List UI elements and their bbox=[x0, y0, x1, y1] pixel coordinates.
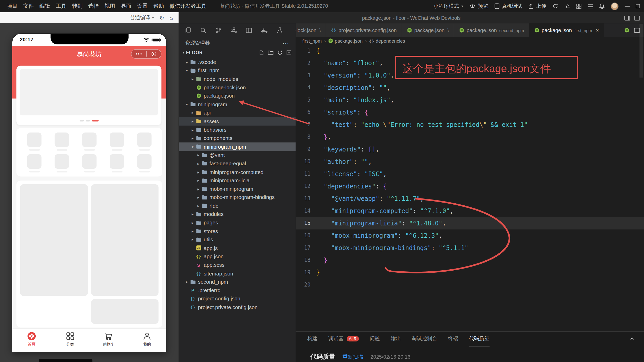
tree-item-api[interactable]: ▸ api bbox=[179, 109, 296, 117]
tree-item-rfdc[interactable]: ▸ rfdc bbox=[179, 202, 296, 210]
panel-tab-3[interactable]: 输出 bbox=[391, 332, 401, 347]
compile-mode-select[interactable]: 普通编译▾ bbox=[130, 14, 154, 21]
scrollbar[interactable] bbox=[639, 24, 643, 78]
tree-item-vscode[interactable]: ▸ .vscode bbox=[179, 58, 296, 66]
menubar-item-8[interactable]: 设置 bbox=[134, 3, 150, 9]
collapse-all-icon[interactable] bbox=[286, 50, 292, 55]
code-line-5[interactable]: 5 "main": "index.js", bbox=[296, 94, 644, 106]
panel-tab-6[interactable]: 代码质量 bbox=[469, 332, 489, 347]
panel-tab-0[interactable]: 构建 bbox=[307, 332, 317, 347]
menubar-item-6[interactable]: 视图 bbox=[102, 3, 118, 9]
tree-item-miniprogram-licia[interactable]: ▸ miniprogram-licia bbox=[179, 176, 296, 185]
menubar-item-1[interactable]: 文件 bbox=[20, 3, 36, 9]
preview-button[interactable]: 预览 bbox=[469, 3, 488, 9]
code-line-2[interactable]: 2 "name": "floor", bbox=[296, 57, 644, 69]
menubar-item-2[interactable]: 编辑 bbox=[37, 3, 53, 9]
avatar[interactable] bbox=[611, 2, 618, 10]
tree-item-package-lock-json[interactable]: package-lock.json bbox=[179, 83, 296, 92]
code-line-13[interactable]: 13 "@vant/weapp": "^1.11.7", bbox=[296, 193, 644, 205]
tree-item-behaviors[interactable]: ▸ behaviors bbox=[179, 126, 296, 134]
code-line-8[interactable]: 8 }, bbox=[296, 131, 644, 143]
code-line-18[interactable]: 18 } bbox=[296, 254, 644, 266]
refresh-icon[interactable] bbox=[277, 50, 283, 55]
code-line-12[interactable]: 12 "dependencies": { bbox=[296, 180, 644, 193]
docker-icon[interactable] bbox=[261, 27, 268, 33]
tree-item-sitemap-json[interactable]: {} sitemap.json bbox=[179, 269, 296, 278]
panel-tab-1[interactable]: 调试器6, 9 bbox=[328, 332, 359, 347]
code-line-1[interactable]: 1{ bbox=[296, 45, 644, 57]
sim-tab-0[interactable]: 首页 bbox=[12, 329, 51, 352]
tab-package-json[interactable]: package.json\ bbox=[402, 23, 454, 37]
grid-icon[interactable] bbox=[576, 4, 582, 9]
bell-icon[interactable] bbox=[599, 3, 605, 9]
tree-item-package-json[interactable]: package.json bbox=[179, 92, 296, 100]
tab-package-json-second-npm[interactable]: package.jsonsecond_npm bbox=[454, 23, 529, 37]
tree-item-pages[interactable]: ▸ pages bbox=[179, 218, 296, 227]
toggle-panel-icon[interactable] bbox=[624, 15, 630, 20]
tree-item-app-js[interactable]: JS app.js bbox=[179, 244, 296, 252]
minimize-button[interactable] bbox=[625, 6, 630, 6]
rescan-link[interactable]: 重新扫描 bbox=[343, 354, 363, 361]
code-line-20[interactable]: 20 bbox=[296, 279, 644, 291]
sim-tab-1[interactable]: 分类 bbox=[51, 329, 89, 352]
refresh-icon[interactable]: ↻ bbox=[159, 15, 164, 21]
mode-selector[interactable]: 小程序模式▾ bbox=[433, 3, 463, 9]
code-line-15[interactable]: 15 "miniprogram-licia": "^1.48.0", bbox=[296, 217, 644, 230]
layout-icon[interactable] bbox=[246, 27, 252, 33]
tree-item-mobx-miniprogram[interactable]: ▸ mobx-miniprogram bbox=[179, 185, 296, 193]
files-icon[interactable] bbox=[185, 27, 192, 34]
sim-tab-3[interactable]: 我的 bbox=[128, 329, 166, 352]
collapse-panel-icon[interactable] bbox=[629, 336, 635, 341]
menubar-item-7[interactable]: 界面 bbox=[118, 3, 134, 9]
breadcrumb-item-package-json[interactable]: package.json bbox=[328, 38, 363, 44]
code-line-10[interactable]: 10 "author": "", bbox=[296, 156, 644, 168]
menubar-item-5[interactable]: 选择 bbox=[86, 3, 102, 9]
code-line-3[interactable]: 3 "version": "1.0.0", bbox=[296, 69, 644, 82]
new-file-icon[interactable] bbox=[259, 50, 264, 55]
tab-package-json-first-npm[interactable]: package.jsonfirst_npm× bbox=[529, 23, 604, 37]
menubar-item-4[interactable]: 转到 bbox=[69, 3, 85, 9]
breadcrumb-item-first-npm[interactable]: first_npm bbox=[302, 38, 322, 43]
tree-item-node-modules[interactable]: ▸ node_modules bbox=[179, 75, 296, 83]
split-editor-icon[interactable] bbox=[634, 28, 640, 33]
tree-item-stores[interactable]: ▸ stores bbox=[179, 227, 296, 235]
tree-item-mobx-miniprogram-bindings[interactable]: ▸ mobx-miniprogram-bindings bbox=[179, 193, 296, 202]
code-line-7[interactable]: 7 "test": "echo \"Error: no test specifi… bbox=[296, 119, 644, 131]
tree-item-miniprogram[interactable]: ▾ miniprogram bbox=[179, 100, 296, 109]
tree-item-project-private-config-json[interactable]: {} project.private.config.json bbox=[179, 303, 296, 311]
search-icon[interactable] bbox=[200, 27, 207, 34]
more-actions-icon[interactable]: ··· bbox=[282, 40, 289, 46]
tab-project-private-config-json[interactable]: {}project.private.config.json bbox=[326, 23, 402, 37]
upload-button[interactable]: 上传 bbox=[528, 3, 546, 9]
tree-item-project-config-json[interactable]: {} project.config.json bbox=[179, 294, 296, 303]
new-folder-icon[interactable] bbox=[268, 50, 273, 55]
breadcrumb-item-dependencies[interactable]: {}dependencies bbox=[369, 38, 405, 43]
tree-item-prettierrc[interactable]: P .prettierrc bbox=[179, 286, 296, 294]
tree-item-vant[interactable]: ▸ @vant bbox=[179, 151, 296, 159]
sync-icon[interactable] bbox=[552, 3, 558, 9]
menubar-item-9[interactable]: 帮助 bbox=[150, 3, 167, 9]
real-device-debug-button[interactable]: 真机调试 bbox=[494, 3, 522, 9]
menubar-item-3[interactable]: 工具 bbox=[53, 3, 69, 9]
menu-icon[interactable] bbox=[588, 4, 593, 8]
section-header-floor[interactable]: ▾ FLOOR bbox=[179, 48, 296, 57]
exit-target-icon[interactable] bbox=[146, 52, 161, 56]
menubar-item-10[interactable]: 微信开发者工具 bbox=[167, 3, 209, 9]
tree-item-fast-deep-equal[interactable]: ▸ fast-deep-equal bbox=[179, 159, 296, 168]
tree-item-miniprogram-npm[interactable]: ▾ miniprogram_npm bbox=[179, 142, 296, 151]
tree-item-app-scss[interactable]: S app.scss bbox=[179, 261, 296, 269]
tab-lock-json[interactable]: -lock.json\ bbox=[296, 23, 326, 37]
maximize-button[interactable] bbox=[636, 4, 640, 8]
tree-item-modules[interactable]: ▸ modules bbox=[179, 210, 296, 218]
more-menu-icon[interactable] bbox=[131, 53, 146, 55]
extensions-icon[interactable] bbox=[230, 27, 237, 34]
panel-tab-4[interactable]: 调试控制台 bbox=[412, 332, 437, 347]
swap-icon[interactable] bbox=[564, 4, 570, 8]
tree-item-assets[interactable]: ▸ assets bbox=[179, 117, 296, 126]
code-line-19[interactable]: 19} bbox=[296, 266, 644, 279]
panel-tab-5[interactable]: 终端 bbox=[448, 332, 458, 347]
tree-item-miniprogram-computed[interactable]: ▸ miniprogram-computed bbox=[179, 168, 296, 176]
menubar-item-0[interactable]: 项目 bbox=[4, 3, 20, 9]
source-control-icon[interactable] bbox=[215, 27, 222, 34]
code-area[interactable]: 1{2 "name": "floor",3 "version": "1.0.0"… bbox=[296, 45, 644, 331]
